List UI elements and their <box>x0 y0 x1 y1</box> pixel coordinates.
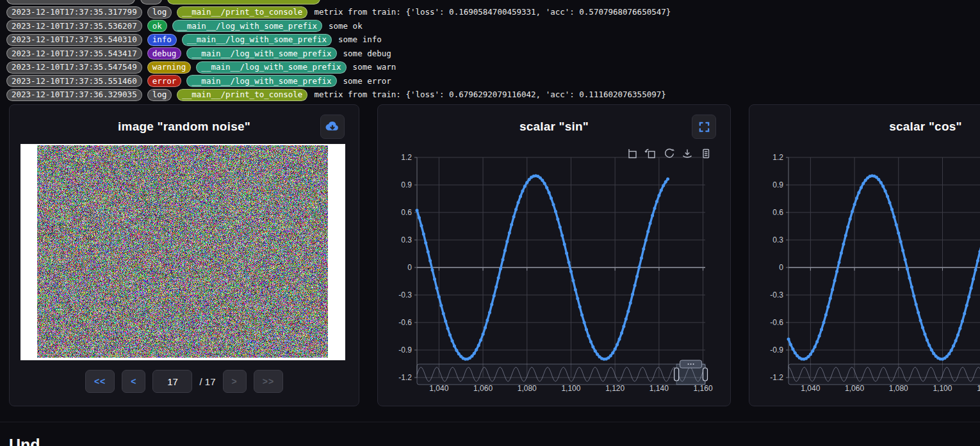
section-divider <box>0 422 980 422</box>
chart-panel-sin: scalar "sin" 1.20.90.60.30-0.3-0.6-0.9-1… <box>377 104 731 406</box>
prev-page-button[interactable]: < <box>122 370 145 393</box>
page-total-label: / 17 <box>199 376 215 387</box>
log-level-badge <box>140 0 162 4</box>
panels-row: image "random noise" << < / 17 > >> scal… <box>9 104 980 406</box>
logger-name-badge: __main__/log_with_some_prefix <box>182 34 332 46</box>
timestamp-badge: 2023-12-10T17:37:35.551460 <box>6 75 142 87</box>
svg-text:1,100: 1,100 <box>561 384 580 393</box>
log-message: some error <box>343 77 391 86</box>
log-row: 2023-12-10T17:37:35.536207ok__main__/log… <box>6 19 980 33</box>
svg-text:0.6: 0.6 <box>772 208 783 217</box>
svg-text:0.3: 0.3 <box>772 235 783 244</box>
chart-toolbar <box>625 147 712 160</box>
svg-text:0: 0 <box>407 263 412 272</box>
svg-text:1,100: 1,100 <box>933 384 952 393</box>
logger-name-badge: __main__/log_with_some_prefix <box>172 20 322 32</box>
log-message: metrix from train: {'loss': 0.6796292079… <box>314 91 666 99</box>
svg-text:0.9: 0.9 <box>772 180 783 189</box>
svg-text:1,080: 1,080 <box>518 384 537 393</box>
log-message: some info <box>338 36 382 44</box>
save-image-download-icon <box>681 147 694 160</box>
log-level-badge: info <box>147 34 177 46</box>
svg-text:0.3: 0.3 <box>401 235 412 244</box>
svg-text:-0.6: -0.6 <box>770 318 783 327</box>
first-page-button[interactable]: << <box>85 370 115 393</box>
logger-name-badge <box>167 0 320 4</box>
logger-name-badge: __main__/print_to_console <box>177 6 307 19</box>
next-page-button[interactable]: > <box>223 370 247 393</box>
logger-name-badge: __main__/log_with_some_prefix <box>196 61 346 74</box>
clipped-bottom-heading: Und <box>9 436 40 446</box>
timestamp-badge <box>6 0 135 4</box>
toolbar-zoom-reset-button[interactable] <box>644 147 657 160</box>
svg-text:1,140: 1,140 <box>649 384 669 393</box>
noise-image <box>37 145 328 358</box>
svg-text:1,040: 1,040 <box>429 384 448 393</box>
log-row: 2023-12-10T17:37:35.540310info__main__/l… <box>6 33 980 47</box>
image-frame <box>20 144 345 360</box>
svg-text:-0.3: -0.3 <box>770 291 783 299</box>
svg-text:0.6: 0.6 <box>401 208 412 217</box>
log-level-badge: log <box>147 89 172 101</box>
timestamp-badge: 2023-12-10T17:37:35.540310 <box>6 34 142 46</box>
restore-refresh-icon <box>662 147 675 160</box>
timestamp-badge: 2023-12-10T17:37:35.543417 <box>6 47 142 60</box>
log-level-badge: warning <box>147 61 192 74</box>
logger-name-badge: __main__/log_with_some_prefix <box>186 75 336 87</box>
toolbar-zoom-select-button[interactable] <box>625 147 638 160</box>
svg-text:1,060: 1,060 <box>473 384 493 393</box>
svg-text:1.2: 1.2 <box>772 153 783 162</box>
chart-panel-cos: scalar "cos" 1.20.90.60.30-0.3-0.6-0.9-1… <box>749 104 980 406</box>
log-message: some warn <box>353 63 396 72</box>
svg-text:-0.9: -0.9 <box>770 346 783 354</box>
log-row <box>6 0 980 6</box>
logger-name-badge: __main__/print_to_console <box>177 89 307 101</box>
log-row: 2023-12-10T17:37:35.317799log__main__/pr… <box>6 6 980 20</box>
svg-text:1,120: 1,120 <box>977 384 980 393</box>
page-number-input[interactable] <box>152 370 192 393</box>
cos-line-chart[interactable]: 1.20.90.60.30-0.3-0.6-0.9-1.21,0401,0601… <box>749 105 980 407</box>
svg-text:-0.6: -0.6 <box>398 318 412 327</box>
svg-text:-0.3: -0.3 <box>398 291 412 299</box>
log-message: some debug <box>343 50 391 58</box>
log-level-badge: log <box>147 6 172 19</box>
logger-name-badge: __main__/log_with_some_prefix <box>186 47 336 60</box>
svg-text:1.2: 1.2 <box>401 153 412 162</box>
timestamp-badge: 2023-12-10T17:37:36.329035 <box>6 89 142 101</box>
log-level-badge: error <box>147 75 182 87</box>
svg-text:1,120: 1,120 <box>605 384 625 393</box>
timestamp-badge: 2023-12-10T17:37:35.547549 <box>6 61 142 74</box>
toolbar-data-view-button[interactable] <box>699 147 712 160</box>
log-row: 2023-12-10T17:37:35.551460error__main__/… <box>6 74 980 88</box>
svg-text:1,040: 1,040 <box>801 384 820 393</box>
download-image-button[interactable] <box>320 115 345 139</box>
svg-text:-0.9: -0.9 <box>398 346 412 354</box>
zoom-select-icon <box>625 147 638 160</box>
svg-text:0: 0 <box>779 263 783 272</box>
toolbar-restore-button[interactable] <box>662 147 675 160</box>
toolbar-download-button[interactable] <box>681 147 694 160</box>
log-level-badge: ok <box>147 20 167 32</box>
last-page-button[interactable]: >> <box>254 370 283 393</box>
image-panel: image "random noise" << < / 17 > >> <box>9 104 359 406</box>
svg-text:1,060: 1,060 <box>845 384 864 393</box>
log-console: 2023-12-10T17:37:35.317799log__main__/pr… <box>6 0 980 102</box>
log-level-badge: debug <box>147 47 182 60</box>
log-message: some ok <box>329 22 363 31</box>
svg-text:-1.2: -1.2 <box>398 373 412 382</box>
svg-text:-1.2: -1.2 <box>770 373 783 382</box>
image-panel-title: image "random noise" <box>10 105 359 134</box>
data-view-document-icon <box>699 147 712 160</box>
log-row: 2023-12-10T17:37:35.543417debug__main__/… <box>6 47 980 61</box>
svg-text:1,160: 1,160 <box>694 384 713 393</box>
cloud-download-icon <box>324 118 341 135</box>
timestamp-badge: 2023-12-10T17:37:35.536207 <box>6 20 142 32</box>
timestamp-badge: 2023-12-10T17:37:35.317799 <box>6 6 142 19</box>
svg-text:1,080: 1,080 <box>889 384 908 393</box>
log-row: 2023-12-10T17:37:36.329035log__main__/pr… <box>6 88 980 102</box>
zoom-reset-icon <box>644 147 657 160</box>
svg-text:0.9: 0.9 <box>401 180 412 189</box>
log-row: 2023-12-10T17:37:35.547549warning__main_… <box>6 61 980 75</box>
image-pagination: << < / 17 > >> <box>10 370 359 393</box>
log-message: metrix from train: {'loss': 0.1690584700… <box>314 8 671 17</box>
